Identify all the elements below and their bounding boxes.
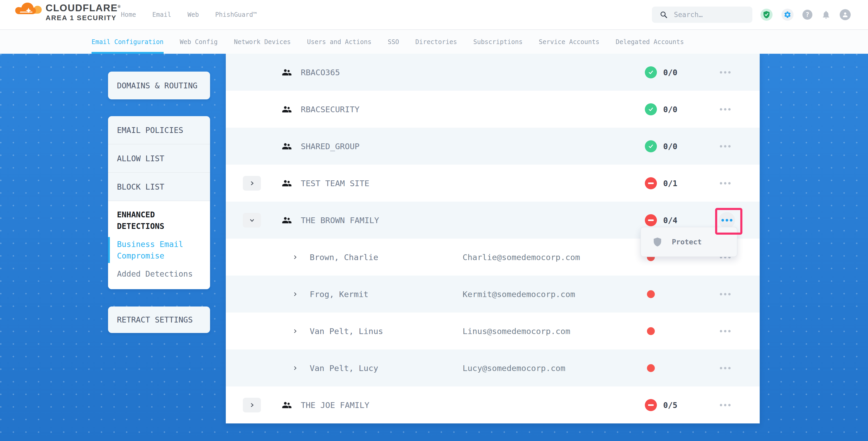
status-unprotected-dot — [647, 364, 655, 372]
tab-network-devices[interactable]: Network Devices — [234, 30, 291, 54]
protected-count: 0/4 — [663, 216, 677, 225]
status-blocked-badge — [645, 399, 657, 411]
group-icon — [281, 178, 292, 189]
member-name: Brown, Charlie — [310, 252, 378, 262]
chevron-right-icon[interactable] — [293, 366, 298, 371]
protected-count: 0/0 — [663, 105, 677, 114]
search-icon — [660, 11, 668, 19]
nav-phishguard[interactable]: PhishGuard™ — [215, 11, 257, 18]
row-context-menu: Protect — [640, 227, 737, 257]
member-email: Kermit@somedemocorp.com — [463, 289, 575, 299]
member-email: Linus@somedemocorp.com — [463, 326, 570, 336]
brand-title: CLOUDFLARE® — [45, 2, 121, 14]
tab-delegated-accounts[interactable]: Delegated Accounts — [616, 30, 684, 54]
member-name: Van Pelt, Linus — [310, 326, 383, 336]
protected-count: 0/0 — [663, 68, 677, 77]
collapse-row-button[interactable] — [243, 213, 261, 228]
search-input[interactable] — [674, 10, 743, 19]
app-header: CLOUDFLARE® AREA 1 SECURITY Home Email W… — [0, 0, 868, 30]
section-tabs: Email Configuration Web Config Network D… — [0, 30, 868, 54]
group-icon — [281, 104, 292, 115]
sidebar-item-retract-settings[interactable]: RETRACT SETTINGS — [108, 307, 210, 333]
row-menu-button-active[interactable] — [719, 212, 735, 228]
group-name: TEST TEAM SITE — [301, 179, 369, 188]
status-ok-badge — [645, 66, 657, 78]
help-icon[interactable]: ? — [802, 10, 812, 20]
group-icon — [281, 215, 292, 225]
notifications-bell-icon[interactable] — [821, 10, 831, 20]
table-row-group: TEST TEAM SITE 0/1 — [226, 165, 760, 201]
page-background: DOMAINS & ROUTING EMAIL POLICIES ALLOW L… — [0, 54, 868, 441]
nav-web[interactable]: Web — [187, 11, 199, 18]
chevron-right-icon[interactable] — [293, 329, 298, 334]
protected-count: 0/1 — [663, 179, 677, 188]
brand-subtitle: AREA 1 SECURITY — [45, 14, 121, 22]
protection-status-icon[interactable] — [761, 9, 773, 21]
chevron-down-icon — [249, 218, 255, 223]
expand-row-button[interactable] — [243, 176, 261, 191]
row-menu-button[interactable] — [720, 108, 731, 111]
row-menu-button[interactable] — [720, 145, 731, 147]
chevron-right-icon[interactable] — [293, 255, 298, 259]
tab-users-and-actions[interactable]: Users and Actions — [307, 30, 372, 54]
tab-service-accounts[interactable]: Service Accounts — [539, 30, 599, 54]
cloudflare-cloud-icon — [15, 2, 42, 17]
table-row-member: Van Pelt, Linus Linus@somedemocorp.com — [226, 313, 760, 349]
sidebar-item-business-email-compromise[interactable]: Business Email Compromise — [117, 239, 201, 261]
protected-count: 0/0 — [663, 141, 677, 151]
account-avatar-icon[interactable] — [840, 9, 851, 20]
search-box[interactable] — [652, 6, 752, 23]
row-menu-button[interactable] — [720, 293, 731, 295]
expand-row-button[interactable] — [243, 398, 261, 412]
protected-count: 0/5 — [663, 400, 677, 410]
enhanced-detections-heading: ENHANCED DETECTIONS — [117, 209, 201, 232]
row-menu-button[interactable] — [720, 404, 731, 406]
row-menu-button[interactable] — [720, 71, 731, 73]
shield-icon — [653, 237, 662, 247]
sidebar-item-block-list[interactable]: BLOCK LIST — [108, 173, 210, 201]
sidebar-item-added-detections[interactable]: Added Detections — [117, 268, 201, 280]
sidebar-item-allow-list[interactable]: ALLOW LIST — [108, 145, 210, 173]
group-name: RBACO365 — [301, 68, 340, 77]
table-row-group: SHARED_GROUP 0/0 — [226, 128, 760, 165]
status-unprotected-dot — [647, 327, 655, 335]
tab-subscriptions[interactable]: Subscriptions — [473, 30, 523, 54]
group-name: RBACSECURITY — [301, 105, 360, 114]
row-menu-button[interactable] — [720, 182, 731, 184]
menu-item-protect[interactable]: Protect — [672, 238, 702, 246]
cloudflare-logo: CLOUDFLARE® AREA 1 SECURITY — [15, 2, 121, 22]
group-icon — [281, 141, 292, 152]
registered-mark: ® — [118, 4, 121, 9]
sidebar-item-email-policies[interactable]: EMAIL POLICIES — [108, 116, 210, 145]
row-menu-button[interactable] — [720, 367, 731, 369]
sidebar-email-policies-card: EMAIL POLICIES ALLOW LIST BLOCK LIST ENH… — [108, 116, 210, 289]
tab-email-configuration[interactable]: Email Configuration — [92, 30, 164, 54]
status-unprotected-dot — [647, 290, 655, 298]
status-ok-badge — [645, 103, 657, 115]
chevron-right-icon — [249, 181, 255, 186]
settings-gear-icon[interactable] — [781, 9, 794, 21]
table-row-member: Van Pelt, Lucy Lucy@somedemocorp.com — [226, 349, 760, 386]
tab-web-config[interactable]: Web Config — [180, 30, 218, 54]
status-blocked-badge — [645, 214, 657, 226]
status-ok-badge — [645, 140, 657, 152]
table-row-group: RBACSECURITY 0/0 — [226, 91, 760, 128]
chevron-right-icon[interactable] — [293, 292, 298, 296]
group-icon — [281, 67, 292, 77]
nav-home[interactable]: Home — [121, 11, 136, 18]
tab-sso[interactable]: SSO — [388, 30, 399, 54]
nav-email[interactable]: Email — [152, 11, 171, 18]
member-email: Lucy@somedemocorp.com — [463, 364, 565, 373]
group-name: SHARED_GROUP — [301, 141, 360, 151]
group-name: THE JOE FAMILY — [301, 400, 369, 410]
member-name: Frog, Kermit — [310, 289, 368, 299]
tab-directories[interactable]: Directories — [415, 30, 457, 54]
sidebar-item-domains-routing[interactable]: DOMAINS & ROUTING — [108, 71, 210, 99]
row-menu-button[interactable] — [720, 330, 731, 332]
member-email: Charlie@somedemocorp.com — [463, 252, 580, 262]
status-blocked-badge — [645, 177, 657, 189]
group-icon — [281, 400, 292, 410]
table-row-group: RBACO365 0/0 — [226, 54, 760, 91]
header-icon-row: ? — [761, 0, 851, 29]
member-name: Van Pelt, Lucy — [310, 364, 378, 373]
